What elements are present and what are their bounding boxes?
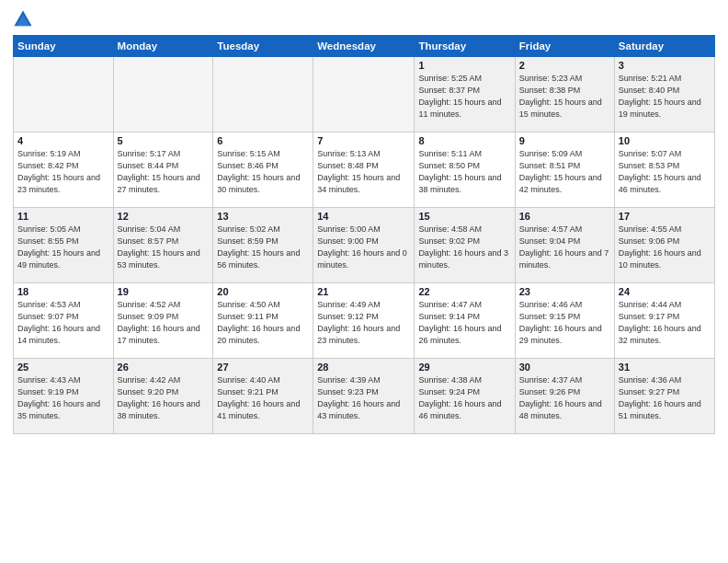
calendar-cell: 28Sunrise: 4:39 AM Sunset: 9:23 PM Dayli… [313, 359, 415, 434]
calendar-cell: 7Sunrise: 5:13 AM Sunset: 8:48 PM Daylig… [313, 132, 415, 208]
calendar-week-row: 1Sunrise: 5:25 AM Sunset: 8:37 PM Daylig… [14, 57, 715, 132]
day-info: Sunrise: 4:42 AM Sunset: 9:20 PM Dayligh… [118, 374, 210, 422]
day-info: Sunrise: 4:57 AM Sunset: 9:04 PM Dayligh… [519, 224, 610, 271]
calendar-weekday-tuesday: Tuesday [213, 36, 313, 57]
calendar-cell: 9Sunrise: 5:09 AM Sunset: 8:51 PM Daylig… [515, 132, 614, 208]
day-number: 21 [317, 286, 410, 297]
calendar-week-row: 4Sunrise: 5:19 AM Sunset: 8:42 PM Daylig… [14, 132, 715, 208]
calendar-cell: 21Sunrise: 4:49 AM Sunset: 9:12 PM Dayli… [313, 283, 415, 359]
day-number: 31 [619, 362, 711, 373]
day-number: 7 [317, 135, 410, 146]
calendar-cell: 12Sunrise: 5:04 AM Sunset: 8:57 PM Dayli… [113, 208, 213, 283]
day-info: Sunrise: 5:02 AM Sunset: 8:59 PM Dayligh… [217, 224, 309, 271]
calendar-cell: 20Sunrise: 4:50 AM Sunset: 9:11 PM Dayli… [213, 283, 313, 359]
calendar-cell: 10Sunrise: 5:07 AM Sunset: 8:53 PM Dayli… [614, 132, 714, 208]
day-info: Sunrise: 4:43 AM Sunset: 9:19 PM Dayligh… [17, 374, 109, 422]
calendar-table: SundayMondayTuesdayWednesdayThursdayFrid… [13, 35, 715, 434]
day-info: Sunrise: 5:25 AM Sunset: 8:37 PM Dayligh… [418, 73, 510, 121]
calendar-week-row: 25Sunrise: 4:43 AM Sunset: 9:19 PM Dayli… [14, 359, 715, 434]
day-number: 19 [118, 286, 210, 297]
calendar-weekday-thursday: Thursday [415, 36, 515, 57]
day-info: Sunrise: 4:44 AM Sunset: 9:17 PM Dayligh… [619, 299, 711, 347]
day-number: 5 [118, 135, 210, 146]
page: SundayMondayTuesdayWednesdayThursdayFrid… [0, 0, 728, 563]
calendar-cell: 31Sunrise: 4:36 AM Sunset: 9:27 PM Dayli… [614, 359, 714, 434]
day-info: Sunrise: 5:05 AM Sunset: 8:55 PM Dayligh… [17, 224, 109, 271]
day-number: 17 [619, 211, 711, 222]
day-info: Sunrise: 4:37 AM Sunset: 9:26 PM Dayligh… [519, 374, 610, 422]
day-info: Sunrise: 4:38 AM Sunset: 9:24 PM Dayligh… [418, 374, 510, 422]
calendar-cell [213, 57, 313, 132]
calendar-cell: 19Sunrise: 4:52 AM Sunset: 9:09 PM Dayli… [113, 283, 213, 359]
day-number: 1 [418, 60, 510, 71]
day-info: Sunrise: 5:11 AM Sunset: 8:50 PM Dayligh… [418, 148, 510, 196]
day-info: Sunrise: 5:09 AM Sunset: 8:51 PM Dayligh… [519, 148, 610, 196]
header [13, 9, 715, 29]
day-number: 3 [619, 60, 711, 71]
calendar-cell: 14Sunrise: 5:00 AM Sunset: 9:00 PM Dayli… [313, 208, 415, 283]
day-info: Sunrise: 5:15 AM Sunset: 8:46 PM Dayligh… [217, 148, 309, 196]
day-number: 30 [519, 362, 610, 373]
calendar-cell: 13Sunrise: 5:02 AM Sunset: 8:59 PM Dayli… [213, 208, 313, 283]
day-info: Sunrise: 4:58 AM Sunset: 9:02 PM Dayligh… [418, 224, 510, 271]
calendar-cell: 5Sunrise: 5:17 AM Sunset: 8:44 PM Daylig… [113, 132, 213, 208]
calendar-cell: 25Sunrise: 4:43 AM Sunset: 9:19 PM Dayli… [14, 359, 114, 434]
calendar-weekday-monday: Monday [113, 36, 213, 57]
calendar-cell: 8Sunrise: 5:11 AM Sunset: 8:50 PM Daylig… [415, 132, 515, 208]
day-info: Sunrise: 5:23 AM Sunset: 8:38 PM Dayligh… [519, 73, 610, 121]
calendar-cell: 23Sunrise: 4:46 AM Sunset: 9:15 PM Dayli… [515, 283, 614, 359]
calendar-cell: 24Sunrise: 4:44 AM Sunset: 9:17 PM Dayli… [614, 283, 714, 359]
calendar-cell: 26Sunrise: 4:42 AM Sunset: 9:20 PM Dayli… [113, 359, 213, 434]
day-number: 29 [418, 362, 510, 373]
calendar-cell: 11Sunrise: 5:05 AM Sunset: 8:55 PM Dayli… [14, 208, 114, 283]
day-info: Sunrise: 4:47 AM Sunset: 9:14 PM Dayligh… [418, 299, 510, 347]
calendar-cell: 16Sunrise: 4:57 AM Sunset: 9:04 PM Dayli… [515, 208, 614, 283]
day-info: Sunrise: 4:49 AM Sunset: 9:12 PM Dayligh… [317, 299, 410, 347]
day-number: 9 [519, 135, 610, 146]
day-number: 27 [217, 362, 309, 373]
calendar-cell: 30Sunrise: 4:37 AM Sunset: 9:26 PM Dayli… [515, 359, 614, 434]
calendar-cell [14, 57, 114, 132]
calendar-cell: 18Sunrise: 4:53 AM Sunset: 9:07 PM Dayli… [14, 283, 114, 359]
day-number: 23 [519, 286, 610, 297]
day-number: 28 [317, 362, 410, 373]
calendar-cell: 3Sunrise: 5:21 AM Sunset: 8:40 PM Daylig… [614, 57, 714, 132]
day-info: Sunrise: 5:19 AM Sunset: 8:42 PM Dayligh… [17, 148, 109, 196]
calendar-cell: 29Sunrise: 4:38 AM Sunset: 9:24 PM Dayli… [415, 359, 515, 434]
logo-icon [13, 9, 33, 29]
calendar-cell: 1Sunrise: 5:25 AM Sunset: 8:37 PM Daylig… [415, 57, 515, 132]
day-info: Sunrise: 4:46 AM Sunset: 9:15 PM Dayligh… [519, 299, 610, 347]
day-number: 8 [418, 135, 510, 146]
day-number: 6 [217, 135, 309, 146]
logo [13, 9, 37, 29]
day-info: Sunrise: 4:52 AM Sunset: 9:09 PM Dayligh… [118, 299, 210, 347]
day-number: 11 [17, 211, 109, 222]
day-number: 25 [17, 362, 109, 373]
day-info: Sunrise: 5:13 AM Sunset: 8:48 PM Dayligh… [317, 148, 410, 196]
day-number: 18 [17, 286, 109, 297]
calendar-header-row: SundayMondayTuesdayWednesdayThursdayFrid… [14, 36, 715, 57]
day-number: 24 [619, 286, 711, 297]
day-info: Sunrise: 4:55 AM Sunset: 9:06 PM Dayligh… [619, 224, 711, 271]
calendar-weekday-friday: Friday [515, 36, 614, 57]
calendar-weekday-wednesday: Wednesday [313, 36, 415, 57]
calendar-cell: 2Sunrise: 5:23 AM Sunset: 8:38 PM Daylig… [515, 57, 614, 132]
calendar-cell: 4Sunrise: 5:19 AM Sunset: 8:42 PM Daylig… [14, 132, 114, 208]
day-info: Sunrise: 4:39 AM Sunset: 9:23 PM Dayligh… [317, 374, 410, 422]
day-info: Sunrise: 5:00 AM Sunset: 9:00 PM Dayligh… [317, 224, 410, 271]
day-info: Sunrise: 5:07 AM Sunset: 8:53 PM Dayligh… [619, 148, 711, 196]
day-number: 10 [619, 135, 711, 146]
calendar-cell: 22Sunrise: 4:47 AM Sunset: 9:14 PM Dayli… [415, 283, 515, 359]
calendar-week-row: 11Sunrise: 5:05 AM Sunset: 8:55 PM Dayli… [14, 208, 715, 283]
day-number: 22 [418, 286, 510, 297]
calendar-cell [313, 57, 415, 132]
day-number: 4 [17, 135, 109, 146]
day-info: Sunrise: 5:17 AM Sunset: 8:44 PM Dayligh… [118, 148, 210, 196]
day-info: Sunrise: 5:04 AM Sunset: 8:57 PM Dayligh… [118, 224, 210, 271]
day-info: Sunrise: 4:36 AM Sunset: 9:27 PM Dayligh… [619, 374, 711, 422]
day-info: Sunrise: 4:50 AM Sunset: 9:11 PM Dayligh… [217, 299, 309, 347]
day-number: 14 [317, 211, 410, 222]
day-number: 15 [418, 211, 510, 222]
day-number: 26 [118, 362, 210, 373]
day-number: 20 [217, 286, 309, 297]
